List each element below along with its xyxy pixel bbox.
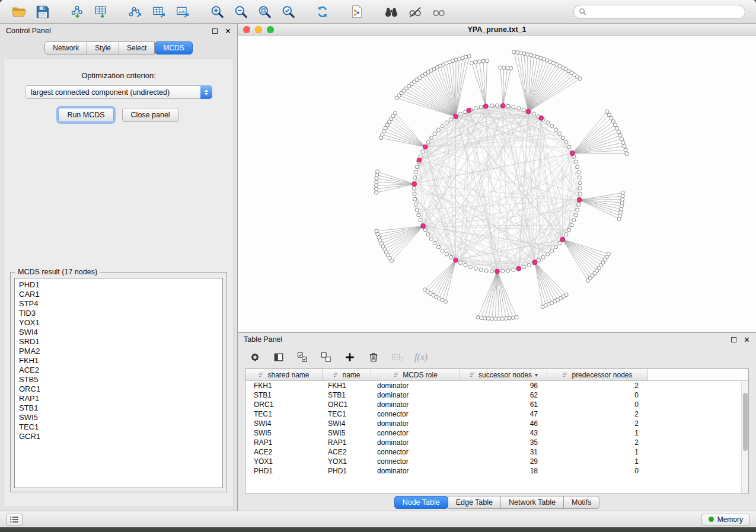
mcds-result-item[interactable]: YOX1 [19, 318, 222, 328]
optimization-criterion-select[interactable]: largest connected component (undirected) [25, 85, 212, 99]
select-all-button[interactable] [294, 349, 311, 366]
dropdown-arrows-icon [200, 85, 212, 99]
export-network-button[interactable] [125, 2, 146, 21]
zoom-fit-icon [257, 4, 272, 20]
column-header-predecessor-nodes[interactable]: predecessor nodes [547, 369, 648, 380]
window-close-button[interactable] [243, 26, 250, 33]
tab-mcds[interactable]: MCDS [155, 41, 192, 55]
mcds-result-item[interactable]: TID3 [19, 309, 222, 318]
mcds-result-item[interactable]: SWI4 [19, 328, 222, 337]
mcds-result-title: MCDS result (17 nodes) [15, 268, 100, 276]
table-row[interactable]: SWI4SWI4dominator462 [245, 419, 748, 428]
table-row[interactable]: SWI5SWI5connector431 [245, 428, 748, 438]
mcds-result-item[interactable]: PMA2 [19, 347, 222, 356]
close-mcds-panel-button[interactable]: Close panel [122, 108, 179, 122]
columns-icon [273, 351, 285, 363]
tab-select[interactable]: Select [119, 41, 155, 55]
import-table-button[interactable] [90, 2, 111, 21]
table-panel-close-button[interactable]: ✕ [744, 336, 750, 344]
mcds-result-item[interactable]: SRD1 [19, 337, 222, 347]
table-cell: FKH1 [323, 382, 371, 390]
scrollbar-thumb[interactable] [743, 393, 748, 451]
search-field[interactable] [573, 5, 745, 19]
network-graph-canvas[interactable] [238, 36, 756, 332]
zoom-selected-button[interactable] [277, 2, 299, 21]
show-all-button[interactable] [428, 2, 449, 21]
tab-node-table[interactable]: Node Table [394, 496, 448, 509]
column-header-MCDS-role[interactable]: MCDS role [371, 369, 460, 380]
export-image-button[interactable] [172, 2, 193, 21]
column-header-label: predecessor nodes [572, 371, 632, 379]
search-input[interactable] [589, 8, 740, 16]
table-cell: 2 [547, 410, 648, 418]
save-button[interactable] [32, 2, 53, 21]
table-row[interactable]: TEC1TEC1connector472 [245, 409, 748, 419]
control-panel-close-button[interactable]: ✕ [225, 27, 231, 35]
import-network-button[interactable] [66, 2, 88, 21]
table-cell: FKH1 [245, 382, 323, 390]
open-file-button[interactable] [8, 2, 30, 21]
tab-network[interactable]: Network [44, 41, 87, 55]
table-cell: SWI4 [245, 419, 323, 428]
add-column-button[interactable] [341, 349, 359, 366]
memory-button[interactable]: Memory [701, 514, 750, 525]
delete-table-button[interactable] [388, 349, 406, 366]
refresh-button[interactable] [312, 2, 333, 21]
mcds-result-item[interactable]: FKH1 [19, 356, 222, 366]
hide-selected-button[interactable] [404, 2, 426, 21]
main-toolbar [0, 0, 756, 24]
control-panel-float-button[interactable] [212, 28, 218, 34]
tab-style[interactable]: Style [87, 41, 119, 55]
table-cell: 47 [460, 410, 547, 418]
mcds-buttons-row: Run MCDS Close panel [4, 108, 233, 122]
show-icon [431, 4, 446, 20]
table-row[interactable]: ACE2ACE2connector311 [245, 447, 748, 457]
table-row[interactable]: FKH1FKH1dominator962 [245, 381, 748, 390]
tab-edge-table[interactable]: Edge Table [448, 496, 501, 509]
table-panel-float-button[interactable] [731, 337, 736, 342]
window-maximize-button[interactable] [267, 26, 274, 33]
table-scrollbar[interactable] [741, 382, 748, 493]
show-columns-button[interactable] [270, 349, 288, 366]
table-row[interactable]: YOX1YOX1connector291 [245, 457, 748, 466]
table-row[interactable]: ORC1ORC1dominator610 [245, 400, 748, 409]
mcds-result-item[interactable]: ORC1 [19, 384, 222, 394]
mcds-result-item[interactable]: SWI5 [19, 413, 222, 422]
unselect-all-button[interactable] [317, 349, 335, 366]
show-panels-button[interactable] [6, 514, 23, 525]
export-table-button[interactable] [148, 2, 170, 21]
delete-column-button[interactable] [365, 349, 382, 366]
table-row[interactable]: PHD1PHD1dominator180 [245, 466, 748, 476]
table-row[interactable]: RAP1RAP1dominator352 [245, 438, 748, 447]
mcds-result-list[interactable]: PHD1CAR1STP4TID3YOX1SWI4SRD1PMA2FKH1ACE2… [14, 278, 223, 488]
column-header-successor-nodes[interactable]: successor nodes▾ [460, 369, 547, 380]
table-panel: Table Panel ✕ [238, 332, 756, 511]
share-document-button[interactable] [346, 2, 368, 21]
mcds-result-item[interactable]: RAP1 [19, 394, 222, 403]
mcds-result-item[interactable]: STB1 [19, 403, 222, 413]
mcds-result-item[interactable]: STP4 [19, 299, 222, 309]
table-settings-button[interactable] [246, 349, 264, 366]
table-row[interactable]: STB1STB1dominator620 [245, 390, 748, 400]
window-minimize-button[interactable] [255, 26, 262, 33]
mcds-result-item[interactable]: CAR1 [19, 290, 222, 299]
mcds-result-item[interactable]: ACE2 [19, 366, 222, 375]
column-header-shared-name[interactable]: shared name [245, 369, 323, 380]
mcds-result-item[interactable]: TEC1 [19, 422, 222, 432]
optimization-criterion-value: largest connected component (undirected) [31, 88, 170, 97]
run-mcds-button[interactable]: Run MCDS [58, 108, 113, 122]
find-button[interactable] [381, 2, 402, 21]
mcds-result-item[interactable]: STB5 [19, 375, 222, 384]
tab-network-table[interactable]: Network Table [501, 496, 564, 509]
function-builder-button[interactable]: f(x) [412, 349, 430, 366]
column-header-name[interactable]: name [323, 369, 371, 380]
zoom-fit-button[interactable] [254, 2, 275, 21]
mcds-result-item[interactable]: PHD1 [19, 280, 222, 290]
table-cell: 31 [460, 448, 547, 456]
status-bar: Memory [0, 511, 756, 527]
tab-motifs[interactable]: Motifs [564, 496, 599, 509]
mcds-result-item[interactable]: GCR1 [19, 432, 222, 441]
zoom-in-button[interactable] [206, 2, 228, 21]
table-panel-header: Table Panel ✕ [238, 333, 756, 346]
zoom-out-button[interactable] [230, 2, 251, 21]
